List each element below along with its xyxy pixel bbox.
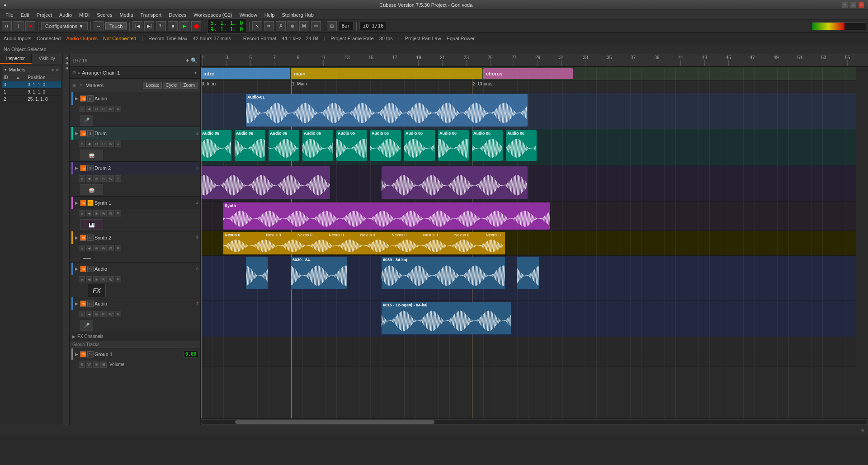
track-expand-audio2[interactable]: ▶ [75,267,78,271]
section-intro[interactable]: intro [201,68,290,79]
project-pan-law-label[interactable]: Project Pan Law [405,36,441,41]
track-solo-synth1[interactable]: S [87,200,94,206]
arranger-chain-expand[interactable]: ▼ [193,70,198,75]
zoom-btn[interactable]: Zoom [180,82,198,89]
transport-forward-btn[interactable]: ⟩ [14,21,24,31]
ctrl-1-drum1[interactable]: e [79,141,85,147]
clip-Audio06[interactable]: Audio 06 [472,130,503,161]
clip-[interactable] [201,166,330,199]
track-mute-drum1[interactable]: m [80,130,86,136]
fx-channels-arrow[interactable]: ▶ [72,334,75,339]
ctrl-6-drum2[interactable]: ≡ [115,175,121,182]
track-solo-audio2[interactable]: S [87,266,94,272]
cycle-btn[interactable]: ↻ [156,21,166,31]
track-solo-group1[interactable]: S [87,351,94,357]
configurations-dropdown[interactable]: Configurations ▼ [41,22,88,30]
ctrl-5-drum2[interactable]: W [108,175,114,182]
select-tool-btn[interactable]: ↖ [252,21,262,31]
draw-tool-btn[interactable]: ✏ [264,21,274,31]
track-mute-audio3[interactable]: m [80,301,86,307]
visibility-tab[interactable]: Visibility [32,54,63,64]
add-track-btn[interactable]: + [186,57,189,64]
go-to-end-btn[interactable]: ▶| [144,21,154,31]
section-main[interactable]: main [291,68,482,79]
section-chorus[interactable]: chorus [483,68,573,79]
maximize-button[interactable]: □ [850,2,856,8]
track-auto-audio1[interactable]: ⊙ [93,106,99,112]
scissors-tool-btn[interactable]: ✂ [311,21,321,31]
clip-Audio06[interactable]: Audio 06 [404,130,435,161]
ctrl-4-drum2[interactable]: R [100,175,107,182]
menu-window[interactable]: Window [236,11,261,19]
marker-row[interactable]: 19. 1. 1. 0 [2,89,61,96]
close-button[interactable]: ✕ [858,2,864,8]
clip-Audio06[interactable]: Audio 06 [302,130,333,161]
clip-6039-84-kaj[interactable]: 6039 - 84-kaj [382,257,505,289]
ctrl-6-drum1[interactable]: ≡ [115,141,121,147]
menu-edit[interactable]: Edit [17,11,33,19]
erase-tool-btn[interactable]: ✗ [276,21,286,31]
equal-power-btn[interactable]: Equal Power [447,36,475,41]
minimize-button[interactable]: ─ [842,2,848,8]
menu-file[interactable]: File [2,11,17,19]
clip-Audio06[interactable]: Audio 06 [269,130,299,161]
track-solo-drum1[interactable]: S [87,130,94,136]
ctrl-4-drum1[interactable]: R [100,141,107,147]
search-track-btn[interactable]: 🔍 [191,57,198,64]
clip-[interactable] [246,257,268,289]
ctrl-3-drum1[interactable]: ⊙ [93,141,99,147]
clip-Audio06[interactable]: Audio 06 [201,130,231,161]
project-frame-rate-label[interactable]: Project Frame Rate [330,36,373,41]
audio-inputs-btn[interactable]: Audio Inputs [4,36,31,41]
locate-btn[interactable]: Locate [143,82,162,89]
ctrl-5-synth1[interactable]: R [108,210,114,216]
ctrl-2-synth1[interactable]: ◀ [86,210,92,216]
record-main-btn[interactable]: ⬤ [191,21,201,31]
collapse-strip[interactable]: ◀ ◀ ◀ [63,54,70,425]
track-mute-drum2[interactable]: m [80,165,86,171]
track-mute-audio1[interactable]: m [80,95,86,102]
track-eq-audio1[interactable]: R [100,106,107,112]
track-solo-drum2[interactable]: S [87,165,94,171]
audio-outputs-btn[interactable]: Audio Outputs [66,36,98,41]
clip-[interactable] [382,166,528,199]
track-expand-group1[interactable]: ▶ [75,352,78,357]
ctrl-1-synth1[interactable]: e [79,210,85,216]
ctrl-2-drum1[interactable]: ◀ [86,141,92,147]
track-expand-audio3[interactable]: ▶ [75,301,78,306]
transport-rewind-btn[interactable]: ⟨⟨ [2,21,12,31]
track-mute-audio2[interactable]: m [80,266,86,272]
clip-[interactable] [517,257,539,289]
markers-header[interactable]: ▼ Markers ≡ ↺ [2,66,61,74]
track-mute-group1[interactable]: m [80,351,86,357]
menu-project[interactable]: Project [33,11,56,19]
clip-Nexus0[interactable]: Nexus 0 [223,232,505,254]
track-expand-synth1[interactable]: ▶ [75,201,78,205]
clip-Audio-01[interactable]: Audio-01 [246,94,528,127]
menu-devices[interactable]: Devices [165,11,190,19]
track-solo-audio3[interactable]: S [87,301,94,307]
track-mute-synth1[interactable]: m [80,200,86,206]
track-solo-synth2[interactable]: S [87,235,94,241]
ctrl-3-drum2[interactable]: ⊙ [93,175,99,182]
cycle-btn[interactable]: Cycle [163,82,179,89]
track-write-audio1[interactable]: ◀ [86,106,92,112]
go-to-start-btn[interactable]: |◀ [132,21,142,31]
connected-btn[interactable]: Connected [37,36,61,41]
track-expand-audio1[interactable]: ▶ [75,96,78,101]
marker-row[interactable]: 33. 1. 1. 0 [2,81,61,89]
track-mute-synth2[interactable]: m [80,235,86,241]
track-solo-audio1[interactable]: S [87,95,94,102]
transport-record-btn[interactable]: ● [25,21,35,31]
clip-Audio06[interactable]: Audio 06 [438,130,469,161]
touch-mode-btn[interactable]: Touch [105,22,127,30]
scrollbar-thumb[interactable] [235,420,435,424]
play-btn[interactable]: ▶ [179,21,189,31]
clip-Audio06[interactable]: Audio 06 [370,130,401,161]
horizontal-scrollbar[interactable] [201,418,868,425]
snap-btn[interactable]: ⊞ [327,21,337,31]
clip-Audio06[interactable]: Audio 06 [336,130,367,161]
ctrl-5-drum1[interactable]: W [108,141,114,147]
track-expand-synth2[interactable]: ▶ [75,235,78,240]
nudge-btn[interactable]: ↔ [94,21,104,31]
